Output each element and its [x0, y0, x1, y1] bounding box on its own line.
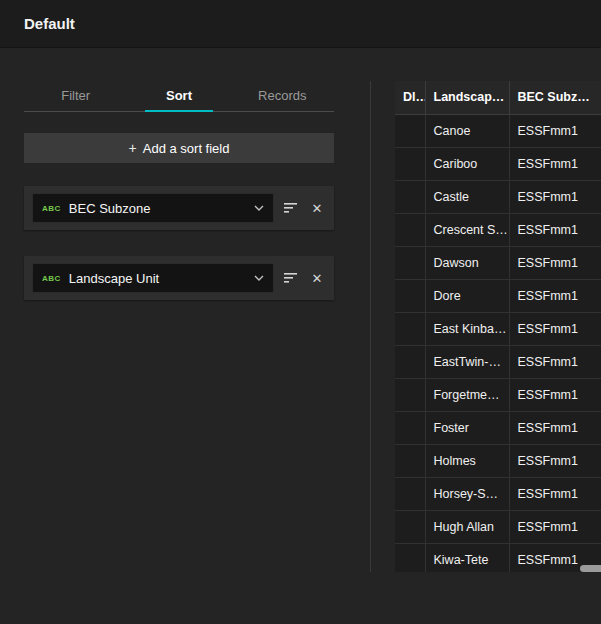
table-cell — [395, 444, 425, 477]
table-row[interactable]: East Kinba…ESSFmm1 — [395, 312, 601, 345]
table-cell: Forgetme… — [425, 378, 509, 411]
panel-divider — [370, 81, 371, 572]
table-row[interactable]: HolmesESSFmm1 — [395, 444, 601, 477]
table-cell — [395, 180, 425, 213]
table-cell: ESSFmm1 — [509, 312, 601, 345]
sort-field-label: Landscape Unit — [69, 271, 246, 286]
close-icon: ✕ — [312, 202, 323, 215]
tab-records[interactable]: Records — [231, 81, 334, 111]
table-cell — [395, 411, 425, 444]
table-cell — [395, 543, 425, 572]
table-cell: Horsey-S… — [425, 477, 509, 510]
column-header[interactable]: Dl… — [395, 81, 425, 114]
plus-icon: + — [129, 140, 137, 156]
horizontal-scrollbar-thumb[interactable] — [580, 565, 601, 572]
sort-order-icon — [284, 272, 298, 284]
table-cell — [395, 477, 425, 510]
string-field-type-icon: ABC — [42, 274, 61, 283]
table-cell — [395, 147, 425, 180]
table-cell: ESSFmm1 — [509, 114, 601, 147]
table-row[interactable]: CastleESSFmm1 — [395, 180, 601, 213]
page-title: Default — [24, 15, 75, 32]
string-field-type-icon: ABC — [42, 204, 61, 213]
table-cell: Castle — [425, 180, 509, 213]
table-body: CanoeESSFmm1CaribooESSFmm1CastleESSFmm1C… — [395, 114, 601, 572]
table-cell — [395, 213, 425, 246]
table-cell: ESSFmm1 — [509, 411, 601, 444]
table-cell — [395, 312, 425, 345]
table-row[interactable]: EastTwin-…ESSFmm1 — [395, 345, 601, 378]
chevron-down-icon — [254, 205, 264, 211]
table-cell: Holmes — [425, 444, 509, 477]
table-row[interactable]: Kiwa-TeteESSFmm1 — [395, 543, 601, 572]
table-cell: Dawson — [425, 246, 509, 279]
table-cell — [395, 246, 425, 279]
add-sort-field-label: Add a sort field — [143, 141, 230, 156]
column-header[interactable]: Landscap… — [425, 81, 509, 114]
column-header[interactable]: BEC Subz… — [509, 81, 601, 114]
sort-order-icon — [284, 202, 298, 214]
table-cell: Foster — [425, 411, 509, 444]
table-cell: Crescent S… — [425, 213, 509, 246]
sort-field-select[interactable]: ABC BEC Subzone — [32, 193, 274, 223]
table-cell: East Kinba… — [425, 312, 509, 345]
sort-field-card: ABC Landscape Unit ✕ — [24, 256, 334, 300]
tab-strip: Filter Sort Records — [24, 81, 334, 112]
table-cell — [395, 378, 425, 411]
tab-filter[interactable]: Filter — [24, 81, 127, 111]
table-row[interactable]: Forgetme…ESSFmm1 — [395, 378, 601, 411]
table-cell — [395, 345, 425, 378]
sort-order-button[interactable] — [282, 199, 300, 217]
table-cell: ESSFmm1 — [509, 378, 601, 411]
remove-sort-field-button[interactable]: ✕ — [308, 199, 326, 217]
remove-sort-field-button[interactable]: ✕ — [308, 269, 326, 287]
sort-field-card: ABC BEC Subzone ✕ — [24, 186, 334, 230]
table-row[interactable]: CaribooESSFmm1 — [395, 147, 601, 180]
table-cell: Cariboo — [425, 147, 509, 180]
table-cell: Canoe — [425, 114, 509, 147]
tab-sort[interactable]: Sort — [127, 81, 230, 111]
add-sort-field-button[interactable]: + Add a sort field — [24, 133, 334, 163]
table-cell: ESSFmm1 — [509, 147, 601, 180]
table-cell: ESSFmm1 — [509, 510, 601, 543]
table-cell — [395, 510, 425, 543]
table-cell: ESSFmm1 — [509, 213, 601, 246]
table-cell: ESSFmm1 — [509, 180, 601, 213]
sort-field-label: BEC Subzone — [69, 201, 246, 216]
table-cell: Dore — [425, 279, 509, 312]
table-cell: ESSFmm1 — [509, 246, 601, 279]
table-cell — [395, 279, 425, 312]
sort-field-select[interactable]: ABC Landscape Unit — [32, 263, 274, 293]
table-row[interactable]: DawsonESSFmm1 — [395, 246, 601, 279]
table-row[interactable]: CanoeESSFmm1 — [395, 114, 601, 147]
table-cell: Hugh Allan — [425, 510, 509, 543]
table-header-row: Dl… Landscap… BEC Subz… — [395, 81, 601, 114]
table-row[interactable]: Crescent S…ESSFmm1 — [395, 213, 601, 246]
table-cell: ESSFmm1 — [509, 477, 601, 510]
table-cell: Kiwa-Tete — [425, 543, 509, 572]
table-row[interactable]: DoreESSFmm1 — [395, 279, 601, 312]
table-cell: EastTwin-… — [425, 345, 509, 378]
chevron-down-icon — [254, 275, 264, 281]
table-cell: ESSFmm1 — [509, 279, 601, 312]
records-table: Dl… Landscap… BEC Subz… CanoeESSFmm1Cari… — [395, 81, 601, 572]
sort-order-button[interactable] — [282, 269, 300, 287]
table-row[interactable]: FosterESSFmm1 — [395, 411, 601, 444]
table-row[interactable]: Hugh AllanESSFmm1 — [395, 510, 601, 543]
table-row[interactable]: Horsey-S…ESSFmm1 — [395, 477, 601, 510]
topbar: Default — [0, 0, 601, 48]
app-window: Default Filter Sort Records + Add a sort… — [0, 0, 601, 624]
table-cell: ESSFmm1 — [509, 345, 601, 378]
table-cell — [395, 114, 425, 147]
table-cell: ESSFmm1 — [509, 444, 601, 477]
close-icon: ✕ — [312, 272, 323, 285]
